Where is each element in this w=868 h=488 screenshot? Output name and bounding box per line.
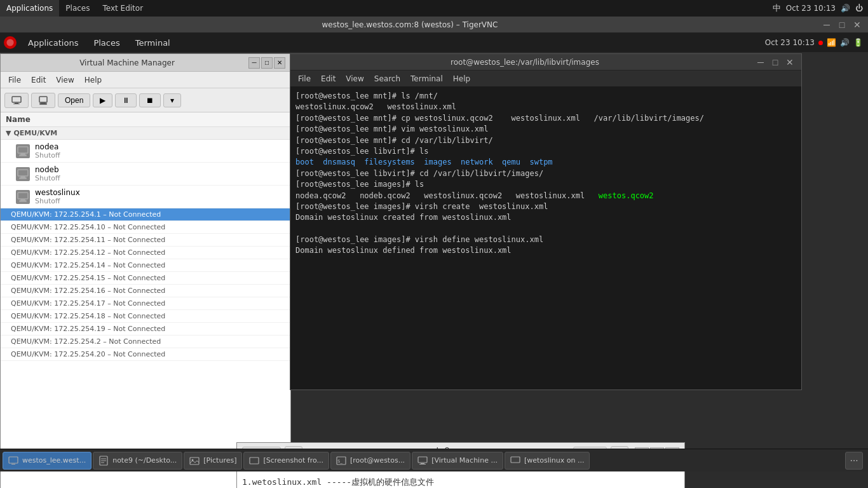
inner-indicator-dot (818, 41, 823, 45)
term-line-3: [root@westos_lee mnt]# vim westoslinux.x… (295, 124, 796, 135)
vmm-view-menu[interactable]: View (51, 72, 79, 88)
terminal-edit-menu[interactable]: Edit (316, 71, 341, 87)
vmm-titlebar: Virtual Machine Manager ─ □ ✕ (1, 54, 290, 72)
taskbar-note9-label: note9 (~/Deskto... (112, 456, 177, 464)
terminal-search-menu[interactable]: Search (369, 71, 405, 87)
term-line-14: Domain westoslinux defined from westosli… (295, 245, 796, 256)
terminal-maximize-button[interactable]: □ (769, 56, 782, 69)
power-icon: ⏻ (855, 4, 863, 13)
system-texteditor-menu[interactable]: Text Editor (96, 0, 149, 17)
taskbar-item-root-terminal[interactable]: $_ [root@westos... (330, 452, 410, 470)
vmm-pause-button[interactable]: ⏸ (115, 93, 137, 107)
system-applications-menu[interactable]: Applications (0, 0, 59, 17)
svg-rect-12 (20, 178, 26, 179)
vnc-close-button[interactable]: ✕ (850, 18, 864, 32)
vmm-section-qemu: ▼ QEMU/KVM (1, 127, 290, 140)
vmm-stop-button[interactable]: ⏹ (139, 93, 161, 107)
inner-sound-icon: 🔊 (840, 38, 850, 47)
term-line-7: [root@westos_lee libvirt]# cd /var/lib/l… (295, 168, 796, 179)
inner-places-menu[interactable]: Places (86, 33, 127, 52)
taskbar-westos-icon (510, 456, 520, 466)
vm-icon-westoslinux (16, 190, 30, 204)
svg-rect-27 (418, 457, 427, 463)
terminal-close-button[interactable]: ✕ (783, 56, 796, 69)
taskbar-item-westos[interactable]: [wetoslinux on ... (505, 452, 590, 470)
system-app-label: Applications (6, 4, 53, 13)
vmm-connection-6[interactable]: QEMU/KVM: 172.25.254.16 – Not Connected (1, 285, 290, 297)
vmm-help-menu[interactable]: Help (79, 72, 107, 88)
terminal-body[interactable]: [root@westos_lee mnt]# ls /mnt/ westosli… (290, 87, 801, 390)
inner-applications-menu[interactable]: Applications (20, 33, 86, 52)
vmm-item-westoslinux[interactable]: westoslinux Shutoff (1, 186, 290, 208)
vmm-connection-1[interactable]: QEMU/KVM: 172.25.254.10 – Not Connected (1, 221, 290, 234)
svg-rect-7 (18, 147, 28, 153)
taskbar-vmm-label: [Virtual Machine ... (431, 456, 498, 464)
terminal-titlebar: root@westos_lee:/var/lib/libvirt/images … (290, 54, 801, 71)
vmm-item-nodeb[interactable]: nodeb Shutoff (1, 163, 290, 186)
term-line-4: [root@westos_lee mnt]# cd /var/lib/libvi… (295, 135, 796, 146)
vmm-maximize-button[interactable]: □ (261, 57, 273, 69)
taskbar-note9-icon (98, 456, 109, 466)
terminal-minimize-button[interactable]: ─ (754, 56, 767, 69)
taskbar-pictures-label: [Pictures] (203, 456, 236, 464)
vmm-connection-8[interactable]: QEMU/KVM: 172.25.254.18 – Not Connected (1, 310, 290, 323)
vmm-connection-0[interactable]: QEMU/KVM: 172.25.254.1 – Not Connected (1, 208, 290, 221)
terminal-terminal-menu[interactable]: Terminal (405, 71, 448, 87)
system-bar: Applications Places Text Editor 中 Oct 23… (0, 0, 868, 17)
vmm-computer-icon-btn[interactable] (4, 93, 29, 108)
vmm-connection-10[interactable]: QEMU/KVM: 172.25.254.2 – Not Connected (1, 336, 290, 348)
vmm-connection-2[interactable]: QEMU/KVM: 172.25.254.11 – Not Connected (1, 234, 290, 247)
taskbar-right-btn[interactable]: ⋯ (845, 452, 863, 470)
taskbar-pictures-icon (189, 456, 200, 466)
vmm-edit-menu[interactable]: Edit (26, 72, 51, 88)
vnc-minimize-button[interactable]: ─ (820, 18, 834, 32)
vmm-item-nodea[interactable]: nodea Shutoff (1, 140, 290, 163)
terminal-help-menu[interactable]: Help (448, 71, 475, 87)
terminal-file-menu[interactable]: File (293, 71, 316, 87)
vmm-connection-7[interactable]: QEMU/KVM: 172.25.254.17 – Not Connected (1, 297, 290, 310)
vmm-file-menu[interactable]: File (3, 72, 26, 88)
vmm-connection-3[interactable]: QEMU/KVM: 172.25.254.12 – Not Connected (1, 247, 290, 259)
taskbar-item-screenshot[interactable]: [Screenshot fro... (243, 452, 329, 470)
inner-terminal-menu[interactable]: Terminal (128, 33, 178, 52)
taskbar-item-vnc[interactable]: westos_lee.west... (3, 452, 92, 470)
taskbar-item-vmm[interactable]: [Virtual Machine ... (412, 452, 503, 470)
vmm-connection-9[interactable]: QEMU/KVM: 172.25.254.19 – Not Connected (1, 323, 290, 336)
vmm-monitor-icon-btn[interactable] (31, 93, 55, 108)
taskbar-item-note9[interactable]: note9 (~/Deskto... (93, 452, 182, 470)
term-line-6: boot dnsmasq filesystems images network … (295, 157, 796, 168)
datetime-label: Oct 23 10:13 (786, 4, 836, 13)
vmm-close-button[interactable]: ✕ (274, 57, 285, 69)
vmm-connection-11[interactable]: QEMU/KVM: 172.25.254.20 – Not Connected (1, 348, 290, 361)
svg-rect-17 (11, 464, 15, 464)
system-places-menu[interactable]: Places (59, 0, 96, 17)
svg-rect-1 (12, 97, 21, 102)
vm-icon-nodeb (16, 167, 30, 181)
inner-menubar: Applications Places Terminal Oct 23 10:1… (0, 33, 868, 52)
vm-icon-nodea (16, 144, 30, 158)
term-line-8: [root@westos_lee images]# ls (295, 179, 796, 190)
svg-rect-16 (9, 457, 18, 463)
term-line-10: [root@westos_lee images]# virsh create w… (295, 201, 796, 212)
vmm-minimize-button[interactable]: ─ (248, 57, 260, 69)
svg-rect-4 (39, 97, 47, 102)
vmm-play-button[interactable]: ▶ (93, 93, 112, 107)
vmm-connection-5[interactable]: QEMU/KVM: 172.25.254.15 – Not Connected (1, 272, 290, 285)
taskbar-vmm-icon (417, 456, 428, 466)
vmm-window: Virtual Machine Manager ─ □ ✕ File Edit … (0, 53, 291, 488)
sound-icon: 🔊 (841, 4, 850, 13)
vnc-titlebar: westos_lee.westos.com:8 (westos) – Tiger… (0, 17, 868, 33)
vmm-open-button[interactable]: Open (58, 93, 90, 107)
vnc-maximize-button[interactable]: □ (835, 18, 849, 32)
vmm-more-button[interactable]: ▾ (163, 93, 181, 107)
taskbar-vnc-icon (8, 456, 18, 466)
terminal-window: root@westos_lee:/var/lib/libvirt/images … (290, 53, 802, 390)
svg-rect-9 (20, 155, 26, 156)
terminal-view-menu[interactable]: View (341, 71, 369, 87)
svg-rect-13 (18, 193, 28, 199)
vmm-connection-4[interactable]: QEMU/KVM: 172.25.254.14 – Not Connected (1, 259, 290, 272)
taskbar-item-pictures[interactable]: [Pictures] (184, 452, 242, 470)
taskbar: westos_lee.west... note9 (~/Deskto... [P… (0, 449, 868, 471)
vnc-title: westos_lee.westos.com:8 (westos) – Tiger… (0, 20, 820, 29)
terminal-title: root@westos_lee:/var/lib/libvirt/images (295, 58, 754, 67)
